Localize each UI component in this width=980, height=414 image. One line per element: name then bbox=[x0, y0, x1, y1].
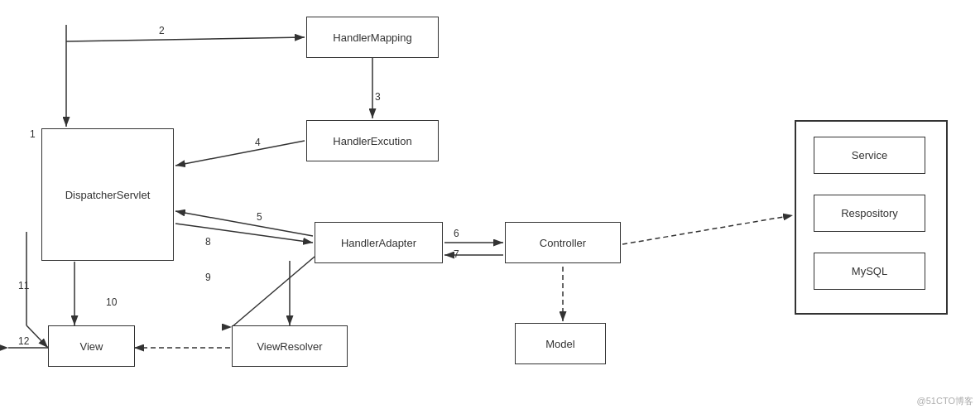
dispatcher-servlet-label: DispatcherServlet bbox=[65, 189, 151, 201]
step-6: 6 bbox=[454, 228, 459, 239]
svg-line-7 bbox=[175, 141, 305, 166]
step-1: 1 bbox=[30, 128, 36, 140]
step-7: 7 bbox=[454, 248, 459, 260]
step-2: 2 bbox=[159, 25, 165, 36]
svg-line-22 bbox=[108, 37, 305, 41]
view-label: View bbox=[80, 340, 103, 353]
mysql-box: MySQL bbox=[814, 253, 925, 290]
controller-box: Controller bbox=[505, 222, 621, 263]
handler-excution-box: HandlerExcution bbox=[306, 120, 439, 161]
handler-mapping-box: HandlerMapping bbox=[306, 17, 439, 58]
svg-line-11 bbox=[175, 211, 313, 236]
handler-adapter-box: HandlerAdapter bbox=[315, 222, 443, 263]
svg-line-5 bbox=[66, 37, 305, 41]
handler-mapping-label: HandlerMapping bbox=[333, 31, 411, 44]
model-box: Model bbox=[515, 323, 606, 364]
svg-line-12 bbox=[232, 257, 315, 327]
svg-line-17 bbox=[26, 325, 48, 348]
svg-line-8 bbox=[175, 224, 313, 243]
watermark: @51CTO博客 bbox=[917, 395, 973, 407]
step-11: 11 bbox=[18, 280, 29, 291]
service-box: Service bbox=[814, 137, 925, 174]
dispatcher-servlet-box: DispatcherServlet bbox=[41, 128, 174, 261]
step-12: 12 bbox=[18, 335, 29, 347]
model-label: Model bbox=[545, 338, 574, 350]
controller-label: Controller bbox=[540, 237, 586, 249]
view-resolver-box: ViewResolver bbox=[232, 325, 348, 367]
repository-label: Respository bbox=[841, 207, 898, 219]
step-10: 10 bbox=[106, 296, 117, 308]
service-label: Service bbox=[852, 149, 887, 161]
view-resolver-label: ViewResolver bbox=[257, 340, 322, 353]
handler-adapter-label: HandlerAdapter bbox=[341, 237, 416, 249]
view-box: View bbox=[48, 325, 135, 367]
step-8: 8 bbox=[205, 236, 211, 248]
mysql-label: MySQL bbox=[852, 265, 887, 277]
step-9: 9 bbox=[205, 272, 211, 283]
step-3: 3 bbox=[375, 91, 381, 103]
step-4: 4 bbox=[255, 137, 261, 148]
diagram: DispatcherServlet HandlerMapping Handler… bbox=[0, 0, 980, 414]
svg-line-21 bbox=[622, 215, 793, 244]
handler-excution-label: HandlerExcution bbox=[333, 135, 411, 147]
repository-box: Respository bbox=[814, 195, 925, 232]
step-5: 5 bbox=[257, 211, 262, 223]
